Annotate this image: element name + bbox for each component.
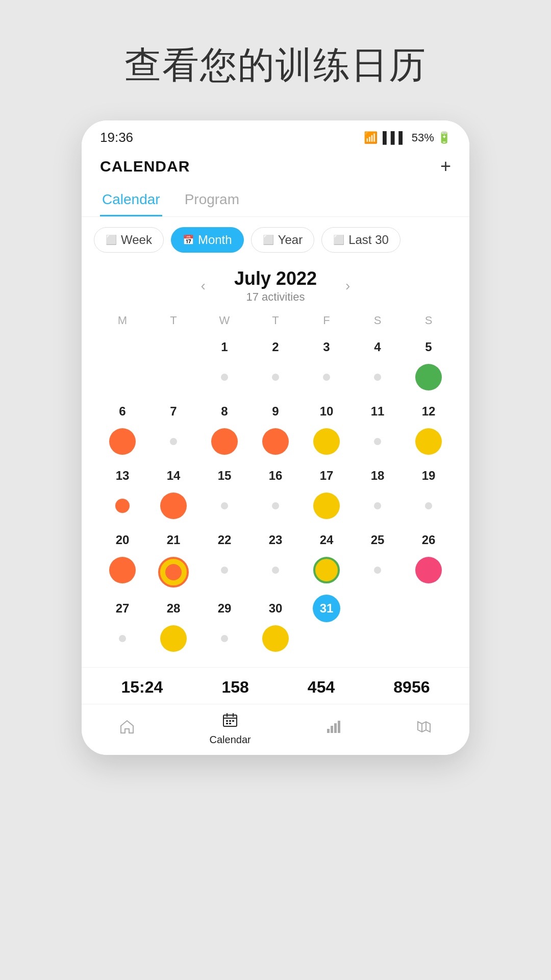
nav-home[interactable]	[119, 719, 135, 739]
day-dot-22	[211, 557, 238, 583]
day-num-12: 12	[415, 398, 442, 425]
day-num-9: 9	[262, 398, 289, 425]
cal-day-12[interactable]: 12	[403, 396, 454, 460]
cal-day-21[interactable]: 21	[148, 524, 199, 593]
nav-calendar[interactable]: Calendar	[210, 712, 251, 746]
cal-day-1[interactable]: 1	[199, 331, 250, 396]
page-wrapper: 查看您的训练日历 19:36 📶 ▌▌▌ 53% 🔋 CALENDAR + Ca…	[0, 0, 551, 980]
tab-calendar[interactable]: Calendar	[100, 185, 162, 216]
cal-day-10[interactable]: 10	[301, 396, 352, 460]
cal-day-15[interactable]: 15	[199, 460, 250, 524]
cal-day-19[interactable]: 19	[403, 460, 454, 524]
dow-mon: M	[97, 307, 148, 331]
year-label: Year	[278, 233, 303, 247]
view-selector: ⬜ Week 📅 Month ⬜ Year ⬜ Last 30	[82, 217, 469, 263]
nav-stats[interactable]	[325, 719, 341, 739]
day-num-21: 21	[160, 526, 187, 554]
map-icon	[416, 719, 432, 739]
add-button[interactable]: +	[440, 156, 451, 177]
tab-program[interactable]: Program	[183, 185, 241, 216]
day-num-31: 31	[313, 595, 340, 622]
day-dot-26	[415, 557, 442, 583]
tabs-bar: Calendar Program	[82, 185, 469, 217]
day-dot-25	[364, 557, 391, 583]
cal-day-23[interactable]: 23	[250, 524, 301, 593]
cal-day-31[interactable]: 31	[301, 593, 352, 657]
day-num-3: 3	[313, 333, 340, 361]
cal-day-16[interactable]: 16	[250, 460, 301, 524]
day-dot-27	[109, 625, 136, 652]
day-num-4: 4	[364, 333, 391, 361]
cal-day-11[interactable]: 11	[352, 396, 403, 460]
day-num-20: 20	[109, 526, 136, 554]
cal-day-24[interactable]: 24	[301, 524, 352, 593]
cal-day-13[interactable]: 13	[97, 460, 148, 524]
view-year-button[interactable]: ⬜ Year	[251, 227, 315, 253]
day-dot-14	[160, 493, 187, 519]
nav-map[interactable]	[416, 719, 432, 739]
day-dot-13	[109, 493, 136, 519]
cal-day-30[interactable]: 30	[250, 593, 301, 657]
cal-day-4[interactable]: 4	[352, 331, 403, 396]
calendar-grid: M T W T F S S 1 2 3	[97, 307, 454, 657]
day-dot-20	[109, 557, 136, 583]
day-dot-12	[415, 428, 442, 455]
day-dot-17	[313, 493, 340, 519]
calendar-nav-label: Calendar	[210, 734, 251, 746]
signal-icon: ▌▌▌	[383, 131, 407, 144]
cal-day-2[interactable]: 2	[250, 331, 301, 396]
day-dot-3	[313, 364, 340, 390]
month-icon: 📅	[183, 234, 194, 246]
phone-frame: 19:36 📶 ▌▌▌ 53% 🔋 CALENDAR + Calendar Pr…	[82, 120, 469, 755]
view-month-button[interactable]: 📅 Month	[171, 227, 244, 253]
day-num-18: 18	[364, 462, 391, 489]
day-dot-28	[160, 625, 187, 652]
cal-day-3[interactable]: 3	[301, 331, 352, 396]
day-dot-8	[211, 428, 238, 455]
cal-day-25[interactable]: 25	[352, 524, 403, 593]
day-dot-29	[211, 625, 238, 652]
view-week-button[interactable]: ⬜ Week	[94, 227, 164, 253]
bottom-nav: Calendar	[82, 704, 469, 755]
last30-label: Last 30	[348, 233, 389, 247]
svg-rect-6	[327, 729, 330, 733]
cal-day-26[interactable]: 26	[403, 524, 454, 593]
day-num-29: 29	[211, 595, 238, 622]
cal-day-5[interactable]: 5	[403, 331, 454, 396]
calendar-nav-icon	[222, 712, 238, 732]
last30-icon: ⬜	[333, 234, 344, 246]
cal-day-7[interactable]: 7	[148, 396, 199, 460]
app-header: CALENDAR +	[82, 151, 469, 185]
month-label: Month	[198, 233, 232, 247]
day-dot-5	[415, 364, 442, 390]
cal-day-14[interactable]: 14	[148, 460, 199, 524]
cal-day-27[interactable]: 27	[97, 593, 148, 657]
next-month-button[interactable]: ›	[337, 274, 358, 298]
day-num-26: 26	[415, 526, 442, 554]
dow-sun: S	[403, 307, 454, 331]
cal-day-29[interactable]: 29	[199, 593, 250, 657]
cal-day-28[interactable]: 28	[148, 593, 199, 657]
day-num-16: 16	[262, 462, 289, 489]
day-dot-1	[211, 364, 238, 390]
day-num-8: 8	[211, 398, 238, 425]
prev-month-button[interactable]: ‹	[193, 274, 214, 298]
cal-day-8[interactable]: 8	[199, 396, 250, 460]
week-label: Week	[121, 233, 152, 247]
cal-day-6[interactable]: 6	[97, 396, 148, 460]
cal-day-20[interactable]: 20	[97, 524, 148, 593]
day-dot-16	[262, 493, 289, 519]
stat-time: 15:24	[121, 678, 163, 697]
cal-day-17[interactable]: 17	[301, 460, 352, 524]
cal-day-18[interactable]: 18	[352, 460, 403, 524]
cal-day-22[interactable]: 22	[199, 524, 250, 593]
view-last30-button[interactable]: ⬜ Last 30	[321, 227, 400, 253]
status-time: 19:36	[100, 130, 133, 145]
cal-day-9[interactable]: 9	[250, 396, 301, 460]
day-dot-23	[262, 557, 289, 583]
home-icon	[119, 719, 135, 739]
stats-row: 15:24 158 454 8956	[82, 667, 469, 704]
day-num-25: 25	[364, 526, 391, 554]
day-dot-18	[364, 493, 391, 519]
day-num-24: 24	[313, 526, 340, 554]
